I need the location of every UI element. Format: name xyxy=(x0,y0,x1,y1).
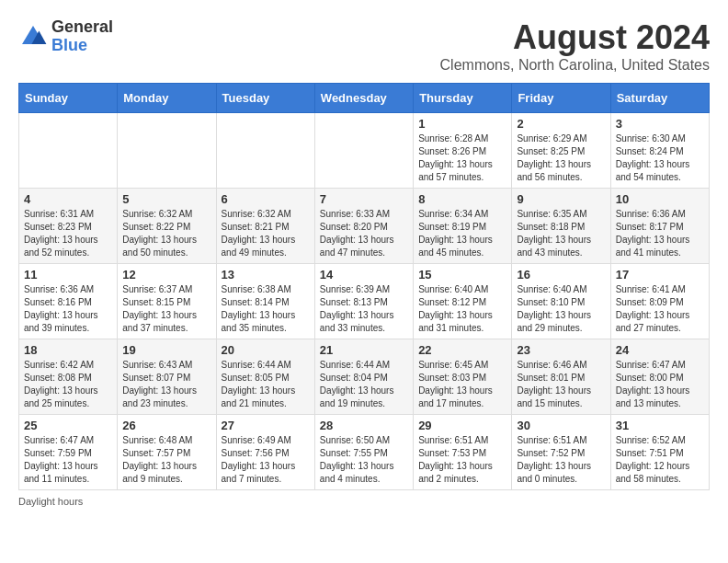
day-info: Sunrise: 6:36 AM Sunset: 8:16 PM Dayligh… xyxy=(24,283,112,335)
day-info: Sunrise: 6:44 AM Sunset: 8:05 PM Dayligh… xyxy=(222,359,310,410)
calendar-cell: 5Sunrise: 6:32 AM Sunset: 8:22 PM Daylig… xyxy=(118,189,216,264)
day-number: 28 xyxy=(320,419,408,432)
calendar-cell: 25Sunrise: 6:47 AM Sunset: 7:59 PM Dayli… xyxy=(19,415,118,490)
calendar-header-sunday: Sunday xyxy=(19,84,118,113)
logo-blue: Blue xyxy=(51,37,113,55)
calendar-cell xyxy=(19,113,118,189)
day-info: Sunrise: 6:31 AM Sunset: 8:23 PM Dayligh… xyxy=(24,208,112,259)
day-info: Sunrise: 6:38 AM Sunset: 8:14 PM Dayligh… xyxy=(222,283,310,335)
calendar: SundayMondayTuesdayWednesdayThursdayFrid… xyxy=(18,83,710,490)
day-number: 5 xyxy=(122,192,210,206)
calendar-cell: 31Sunrise: 6:52 AM Sunset: 7:51 PM Dayli… xyxy=(610,415,709,490)
day-number: 7 xyxy=(320,192,408,206)
day-number: 25 xyxy=(24,419,112,432)
day-info: Sunrise: 6:32 AM Sunset: 8:21 PM Dayligh… xyxy=(222,208,310,259)
day-number: 17 xyxy=(616,268,704,282)
day-number: 16 xyxy=(517,268,605,282)
day-info: Sunrise: 6:52 AM Sunset: 7:51 PM Dayligh… xyxy=(616,434,704,486)
day-info: Sunrise: 6:50 AM Sunset: 7:55 PM Dayligh… xyxy=(320,434,408,486)
calendar-cell: 12Sunrise: 6:37 AM Sunset: 8:15 PM Dayli… xyxy=(118,264,216,339)
day-number: 19 xyxy=(122,343,210,357)
calendar-cell: 28Sunrise: 6:50 AM Sunset: 7:55 PM Dayli… xyxy=(314,415,413,490)
calendar-cell: 9Sunrise: 6:35 AM Sunset: 8:18 PM Daylig… xyxy=(512,189,610,264)
calendar-header-friday: Friday xyxy=(512,84,610,113)
calendar-cell: 8Sunrise: 6:34 AM Sunset: 8:19 PM Daylig… xyxy=(414,189,512,264)
day-number: 10 xyxy=(616,192,704,206)
day-number: 30 xyxy=(517,419,605,432)
day-number: 23 xyxy=(517,343,605,357)
calendar-cell xyxy=(216,113,314,189)
day-info: Sunrise: 6:30 AM Sunset: 8:24 PM Dayligh… xyxy=(616,132,704,184)
main-title: August 2024 xyxy=(440,18,710,57)
calendar-cell: 24Sunrise: 6:47 AM Sunset: 8:00 PM Dayli… xyxy=(610,339,709,415)
day-number: 4 xyxy=(24,192,112,206)
calendar-cell: 23Sunrise: 6:46 AM Sunset: 8:01 PM Dayli… xyxy=(512,339,610,415)
day-info: Sunrise: 6:46 AM Sunset: 8:01 PM Dayligh… xyxy=(517,359,605,410)
calendar-cell: 27Sunrise: 6:49 AM Sunset: 7:56 PM Dayli… xyxy=(216,415,314,490)
day-info: Sunrise: 6:39 AM Sunset: 8:13 PM Dayligh… xyxy=(320,283,408,335)
logo-text: General Blue xyxy=(51,18,113,55)
calendar-cell: 22Sunrise: 6:45 AM Sunset: 8:03 PM Dayli… xyxy=(414,339,512,415)
day-info: Sunrise: 6:32 AM Sunset: 8:22 PM Dayligh… xyxy=(122,208,210,259)
logo: General Blue xyxy=(18,18,113,55)
calendar-week-3: 11Sunrise: 6:36 AM Sunset: 8:16 PM Dayli… xyxy=(19,264,710,339)
day-info: Sunrise: 6:40 AM Sunset: 8:10 PM Dayligh… xyxy=(517,283,605,335)
day-number: 3 xyxy=(616,117,704,131)
day-number: 12 xyxy=(122,268,210,282)
day-number: 18 xyxy=(24,343,112,357)
calendar-header-monday: Monday xyxy=(118,84,216,113)
day-number: 1 xyxy=(418,117,506,131)
calendar-cell: 3Sunrise: 6:30 AM Sunset: 8:24 PM Daylig… xyxy=(610,113,709,189)
day-number: 22 xyxy=(418,343,506,357)
day-number: 20 xyxy=(222,343,310,357)
day-number: 11 xyxy=(24,268,112,282)
day-info: Sunrise: 6:41 AM Sunset: 8:09 PM Dayligh… xyxy=(616,283,704,335)
footer-note: Daylight hours xyxy=(18,496,710,507)
day-number: 9 xyxy=(517,192,605,206)
calendar-cell: 18Sunrise: 6:42 AM Sunset: 8:08 PM Dayli… xyxy=(19,339,118,415)
calendar-header-wednesday: Wednesday xyxy=(314,84,413,113)
calendar-cell: 15Sunrise: 6:40 AM Sunset: 8:12 PM Dayli… xyxy=(414,264,512,339)
calendar-week-4: 18Sunrise: 6:42 AM Sunset: 8:08 PM Dayli… xyxy=(19,339,710,415)
calendar-cell: 10Sunrise: 6:36 AM Sunset: 8:17 PM Dayli… xyxy=(610,189,709,264)
day-info: Sunrise: 6:28 AM Sunset: 8:26 PM Dayligh… xyxy=(418,132,506,184)
day-info: Sunrise: 6:40 AM Sunset: 8:12 PM Dayligh… xyxy=(418,283,506,335)
day-number: 29 xyxy=(418,419,506,432)
day-number: 13 xyxy=(222,268,310,282)
day-number: 24 xyxy=(616,343,704,357)
calendar-cell: 14Sunrise: 6:39 AM Sunset: 8:13 PM Dayli… xyxy=(314,264,413,339)
sub-title: Clemmons, North Carolina, United States xyxy=(440,57,710,74)
calendar-week-1: 1Sunrise: 6:28 AM Sunset: 8:26 PM Daylig… xyxy=(19,113,710,189)
calendar-cell: 16Sunrise: 6:40 AM Sunset: 8:10 PM Dayli… xyxy=(512,264,610,339)
day-info: Sunrise: 6:42 AM Sunset: 8:08 PM Dayligh… xyxy=(24,359,112,410)
day-info: Sunrise: 6:35 AM Sunset: 8:18 PM Dayligh… xyxy=(517,208,605,259)
calendar-cell: 26Sunrise: 6:48 AM Sunset: 7:57 PM Dayli… xyxy=(118,415,216,490)
day-number: 2 xyxy=(517,117,605,131)
day-number: 31 xyxy=(616,419,704,432)
calendar-cell: 6Sunrise: 6:32 AM Sunset: 8:21 PM Daylig… xyxy=(216,189,314,264)
day-info: Sunrise: 6:36 AM Sunset: 8:17 PM Dayligh… xyxy=(616,208,704,259)
calendar-week-5: 25Sunrise: 6:47 AM Sunset: 7:59 PM Dayli… xyxy=(19,415,710,490)
day-info: Sunrise: 6:48 AM Sunset: 7:57 PM Dayligh… xyxy=(122,434,210,486)
day-info: Sunrise: 6:49 AM Sunset: 7:56 PM Dayligh… xyxy=(222,434,310,486)
calendar-cell: 21Sunrise: 6:44 AM Sunset: 8:04 PM Dayli… xyxy=(314,339,413,415)
calendar-cell: 4Sunrise: 6:31 AM Sunset: 8:23 PM Daylig… xyxy=(19,189,118,264)
calendar-cell xyxy=(314,113,413,189)
calendar-cell: 1Sunrise: 6:28 AM Sunset: 8:26 PM Daylig… xyxy=(414,113,512,189)
calendar-cell: 11Sunrise: 6:36 AM Sunset: 8:16 PM Dayli… xyxy=(19,264,118,339)
calendar-cell: 19Sunrise: 6:43 AM Sunset: 8:07 PM Dayli… xyxy=(118,339,216,415)
calendar-cell: 20Sunrise: 6:44 AM Sunset: 8:05 PM Dayli… xyxy=(216,339,314,415)
day-number: 14 xyxy=(320,268,408,282)
day-info: Sunrise: 6:45 AM Sunset: 8:03 PM Dayligh… xyxy=(418,359,506,410)
day-number: 27 xyxy=(222,419,310,432)
day-number: 8 xyxy=(418,192,506,206)
logo-icon xyxy=(18,22,48,52)
day-info: Sunrise: 6:43 AM Sunset: 8:07 PM Dayligh… xyxy=(122,359,210,410)
calendar-week-2: 4Sunrise: 6:31 AM Sunset: 8:23 PM Daylig… xyxy=(19,189,710,264)
title-section: August 2024 Clemmons, North Carolina, Un… xyxy=(440,18,710,74)
day-number: 6 xyxy=(222,192,310,206)
calendar-cell: 13Sunrise: 6:38 AM Sunset: 8:14 PM Dayli… xyxy=(216,264,314,339)
calendar-cell: 17Sunrise: 6:41 AM Sunset: 8:09 PM Dayli… xyxy=(610,264,709,339)
calendar-header-row: SundayMondayTuesdayWednesdayThursdayFrid… xyxy=(19,84,710,113)
day-info: Sunrise: 6:51 AM Sunset: 7:53 PM Dayligh… xyxy=(418,434,506,486)
